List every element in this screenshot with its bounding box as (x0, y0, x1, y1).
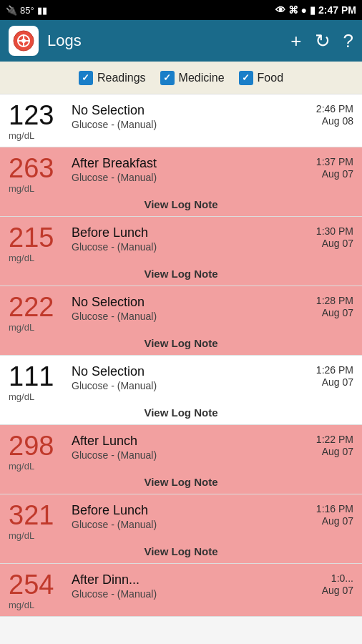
value-block: 321 mg/dL (9, 502, 72, 541)
log-details: After Breakfast Glucose - (Manual) (72, 155, 316, 183)
filter-readings[interactable]: ✓ Readings (79, 71, 146, 85)
view-log-note-button[interactable]: View Log Note (9, 545, 353, 557)
glucose-unit: mg/dL (9, 130, 34, 141)
log-entry[interactable]: 321 mg/dL Before Lunch Glucose - (Manual… (0, 494, 362, 564)
meal-type: After Lunch (72, 434, 316, 449)
app-logo (9, 26, 39, 56)
glucose-type: Glucose - (Manual) (72, 449, 316, 461)
help-button[interactable]: ? (343, 31, 353, 50)
status-bar: 🔌 85° ▮▮ 👁 ⌘ ● ▮ 2:47 PM (0, 0, 362, 20)
glucose-type: Glucose - (Manual) (72, 588, 322, 600)
glucose-type: Glucose - (Manual) (72, 241, 316, 253)
log-time: 1:26 PM (316, 364, 353, 376)
glucose-type: Glucose - (Manual) (72, 311, 316, 322)
food-checkbox[interactable]: ✓ (239, 71, 253, 85)
log-date: Aug 07 (316, 307, 353, 318)
log-entry[interactable]: 222 mg/dL No Selection Glucose - (Manual… (0, 286, 362, 356)
glucose-unit: mg/dL (9, 183, 34, 194)
value-block: 123 mg/dL (9, 102, 72, 141)
log-date: Aug 08 (316, 115, 353, 127)
view-log-note-button[interactable]: View Log Note (9, 268, 353, 280)
log-entry[interactable]: 111 mg/dL No Selection Glucose - (Manual… (0, 356, 362, 425)
readings-checkbox[interactable]: ✓ (79, 71, 93, 85)
eye-icon: 👁 (275, 4, 285, 16)
meal-type: After Dinn... (72, 572, 322, 587)
log-date: Aug 07 (316, 515, 353, 527)
log-details: Before Lunch Glucose - (Manual) (72, 224, 316, 253)
glucose-unit: mg/dL (9, 461, 34, 472)
filter-food[interactable]: ✓ Food (239, 71, 283, 85)
log-list: 123 mg/dL No Selection Glucose - (Manual… (0, 94, 362, 644)
add-button[interactable]: + (290, 31, 301, 50)
glucose-value: 263 (9, 155, 54, 182)
log-entry[interactable]: 254 mg/dL After Dinn... Glucose - (Manua… (0, 564, 362, 617)
log-entry[interactable]: 298 mg/dL After Lunch Glucose - (Manual)… (0, 425, 362, 494)
view-log-note-button[interactable]: View Log Note (9, 198, 353, 210)
meal-type: No Selection (72, 364, 316, 379)
glucose-type: Glucose - (Manual) (72, 172, 316, 183)
log-time: 1:22 PM (316, 434, 353, 445)
status-right: 👁 ⌘ ● ▮ 2:47 PM (275, 4, 356, 16)
meal-type: After Breakfast (72, 156, 316, 171)
signal-icon: ● (301, 4, 307, 16)
time-block: 1:0... Aug 07 (322, 571, 353, 596)
time-display: 2:47 PM (318, 4, 356, 16)
view-log-note-button[interactable]: View Log Note (9, 337, 353, 349)
log-entry[interactable]: 123 mg/dL No Selection Glucose - (Manual… (0, 94, 362, 147)
value-block: 222 mg/dL (9, 293, 72, 333)
filter-bar: ✓ Readings ✓ Medicine ✓ Food (0, 62, 362, 94)
usb-icon: 🔌 (6, 5, 17, 16)
value-block: 254 mg/dL (9, 571, 72, 610)
sim-icon: ▮▮ (37, 5, 47, 16)
glucose-unit: mg/dL (9, 391, 34, 402)
meal-type: Before Lunch (72, 225, 316, 240)
glucose-type: Glucose - (Manual) (72, 519, 316, 530)
log-time: 1:16 PM (316, 503, 353, 514)
log-details: No Selection Glucose - (Manual) (72, 363, 316, 391)
log-time: 2:46 PM (316, 103, 353, 114)
battery-icon: ▮ (310, 4, 315, 16)
app-bar: Logs + ↻ ? (0, 20, 362, 62)
log-details: After Dinn... Glucose - (Manual) (72, 571, 322, 600)
log-time: 1:37 PM (316, 156, 353, 167)
meal-type: No Selection (72, 295, 316, 310)
log-entry[interactable]: 215 mg/dL Before Lunch Glucose - (Manual… (0, 217, 362, 286)
value-block: 111 mg/dL (9, 363, 72, 402)
app-title: Logs (47, 31, 282, 50)
glucose-unit: mg/dL (9, 253, 34, 263)
glucose-type: Glucose - (Manual) (72, 119, 316, 130)
log-details: No Selection Glucose - (Manual) (72, 293, 316, 322)
medicine-checkbox[interactable]: ✓ (160, 71, 175, 85)
log-date: Aug 07 (322, 585, 353, 596)
glucose-value: 254 (9, 571, 54, 598)
view-log-note-button[interactable]: View Log Note (9, 406, 353, 419)
refresh-button[interactable]: ↻ (315, 31, 331, 50)
glucose-value: 321 (9, 502, 54, 529)
time-block: 1:16 PM Aug 07 (316, 502, 353, 527)
value-block: 263 mg/dL (9, 155, 72, 194)
time-block: 1:26 PM Aug 07 (316, 363, 353, 388)
time-block: 1:22 PM Aug 07 (316, 432, 353, 457)
glucose-unit: mg/dL (9, 322, 34, 333)
log-entry[interactable]: 263 mg/dL After Breakfast Glucose - (Man… (0, 147, 362, 217)
log-time: 1:30 PM (316, 225, 353, 237)
medicine-label: Medicine (179, 72, 225, 84)
log-details: No Selection Glucose - (Manual) (72, 102, 316, 130)
app-bar-actions: + ↻ ? (290, 31, 353, 50)
glucose-unit: mg/dL (9, 600, 34, 610)
glucose-value: 298 (9, 432, 54, 459)
log-date: Aug 07 (316, 446, 353, 457)
glucose-value: 222 (9, 293, 54, 321)
glucose-value: 111 (9, 363, 54, 390)
glucose-unit: mg/dL (9, 530, 34, 541)
view-log-note-button[interactable]: View Log Note (9, 476, 353, 488)
log-date: Aug 07 (316, 238, 353, 249)
value-block: 215 mg/dL (9, 224, 72, 263)
glucose-type: Glucose - (Manual) (72, 380, 316, 391)
glucose-value: 215 (9, 224, 54, 251)
glucose-value: 123 (9, 102, 54, 129)
log-date: Aug 07 (316, 168, 353, 180)
filter-medicine[interactable]: ✓ Medicine (160, 71, 225, 85)
meal-type: Before Lunch (72, 503, 316, 518)
log-date: Aug 07 (316, 376, 353, 388)
